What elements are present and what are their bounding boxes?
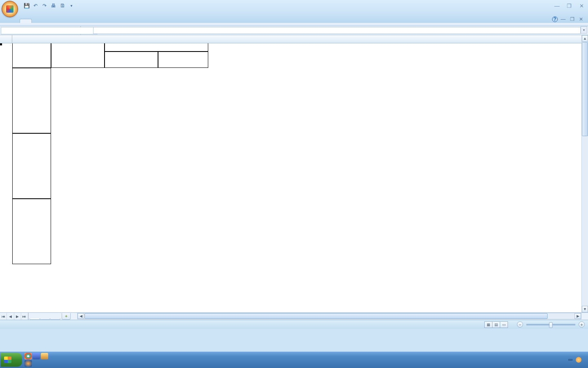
view-layout-icon[interactable]: ▤ [492, 321, 500, 328]
restore-button[interactable]: ❐ [564, 2, 574, 9]
zoom-slider[interactable] [526, 324, 575, 325]
formula-expand-icon[interactable]: ▾ [581, 26, 587, 34]
scroll-down-icon[interactable]: ▼ [582, 306, 588, 312]
sheet-nav-first-icon[interactable]: ⏮ [0, 313, 7, 320]
view-pagebreak-icon[interactable]: ▭ [500, 321, 508, 328]
undo-icon[interactable]: ↶ [32, 2, 39, 9]
tab-review[interactable] [78, 19, 89, 23]
windows-taskbar [0, 352, 588, 368]
tray-icon[interactable] [576, 357, 581, 363]
formula-bar: ▼ ▾ [0, 26, 588, 35]
cell-C1[interactable] [105, 43, 208, 52]
language-indicator[interactable] [568, 359, 572, 361]
taskbar-items [51, 352, 568, 367]
cell-day-mon[interactable] [12, 68, 51, 133]
tab-view[interactable] [89, 19, 100, 23]
ql-explorer-icon[interactable] [41, 353, 48, 359]
sheet-tab-row: ⏮ ◀ ▶ ⏭ ✦ ◀ ▶ [0, 312, 588, 320]
ql-show-desktop-icon[interactable] [33, 353, 40, 359]
sheet-nav: ⏮ ◀ ▶ ⏭ [0, 313, 29, 320]
ribbon-body [0, 23, 588, 26]
sheet-nav-prev-icon[interactable]: ◀ [7, 313, 14, 320]
scroll-right-icon[interactable]: ▶ [575, 313, 581, 319]
cell-B1[interactable] [51, 43, 105, 68]
tab-insert[interactable] [32, 19, 43, 23]
view-normal-icon[interactable]: ▦ [484, 321, 492, 328]
windows-logo-icon [4, 357, 11, 363]
cell-A1[interactable] [12, 43, 51, 68]
sheet-tab-2[interactable] [40, 319, 50, 320]
quick-access-toolbar: 💾 ↶ ↷ 🖶 🖺 ▼ [23, 2, 75, 9]
redo-icon[interactable]: ↷ [41, 2, 48, 9]
sheet-nav-last-icon[interactable]: ⏭ [21, 313, 28, 320]
name-box: ▼ [0, 26, 81, 35]
doc-close-button[interactable]: ✕ [577, 16, 585, 23]
status-bar: ▦ ▤ ▭ − + [0, 320, 588, 329]
office-button[interactable] [2, 1, 18, 17]
save-icon[interactable]: 💾 [23, 2, 30, 9]
minimize-button[interactable]: — [552, 2, 562, 9]
fill-handle[interactable] [0, 43, 2, 45]
sheet-add-button[interactable]: ✦ [62, 313, 71, 320]
zoom-in-button[interactable]: + [579, 321, 585, 328]
cell-day-tue[interactable] [12, 133, 51, 199]
tab-addins[interactable] [100, 19, 112, 23]
spreadsheet-grid [0, 35, 588, 312]
tab-home[interactable] [20, 19, 32, 23]
doc-minimize-button[interactable]: — [559, 16, 567, 23]
cell-day-wed[interactable] [12, 199, 51, 264]
doc-restore-button[interactable]: ❐ [568, 16, 576, 23]
start-button[interactable] [1, 353, 22, 367]
tab-formulas[interactable] [55, 19, 66, 23]
horizontal-scrollbar[interactable]: ◀ ▶ [77, 313, 581, 319]
quick-launch [24, 353, 48, 367]
scroll-left-icon[interactable]: ◀ [78, 313, 84, 319]
formula-input[interactable] [93, 27, 581, 34]
tab-data[interactable] [66, 19, 78, 23]
ribbon-tabs: ? — ❐ ✕ [0, 11, 588, 23]
sheet-tab-1[interactable] [29, 319, 40, 320]
cell-D2[interactable] [158, 52, 208, 68]
hscroll-thumb[interactable] [85, 313, 548, 319]
help-icon[interactable]: ? [552, 16, 558, 22]
scroll-up-icon[interactable]: ▲ [582, 35, 588, 42]
sheet-nav-next-icon[interactable]: ▶ [14, 313, 21, 320]
vscroll-thumb[interactable] [582, 42, 588, 136]
ql-wmplayer-icon[interactable] [24, 360, 32, 367]
grid-rows[interactable] [0, 43, 588, 312]
ql-chrome-icon[interactable] [24, 353, 32, 359]
cell-C2[interactable] [105, 52, 158, 68]
quick-print-icon[interactable]: 🖶 [50, 2, 57, 9]
close-button[interactable]: ✕ [577, 2, 586, 9]
print-preview-icon[interactable]: 🖺 [59, 2, 66, 9]
vertical-scrollbar[interactable]: ▲ ▼ [581, 35, 588, 312]
tab-layout[interactable] [43, 19, 55, 23]
sheet-tab-3[interactable] [50, 319, 60, 320]
system-tray [568, 357, 587, 363]
zoom-out-button[interactable]: − [517, 321, 523, 328]
select-all-corner[interactable] [0, 35, 12, 43]
qat-dropdown-icon[interactable]: ▼ [68, 2, 75, 9]
title-bar: 💾 ↶ ↷ 🖶 🖺 ▼ — ❐ ✕ [0, 0, 588, 11]
